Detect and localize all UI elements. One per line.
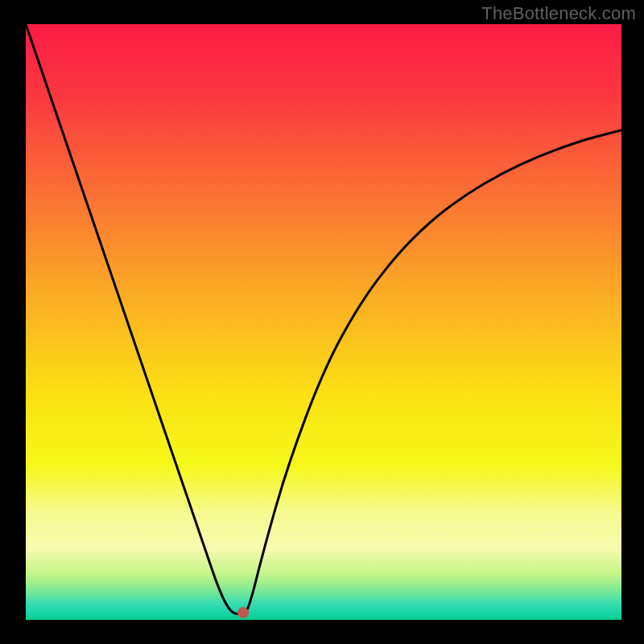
min-marker [237,607,249,618]
watermark-text: TheBottleneck.com [481,3,636,24]
chart-svg [0,0,644,644]
chart-container: TheBottleneck.com [0,0,644,644]
plot-background [26,24,621,620]
